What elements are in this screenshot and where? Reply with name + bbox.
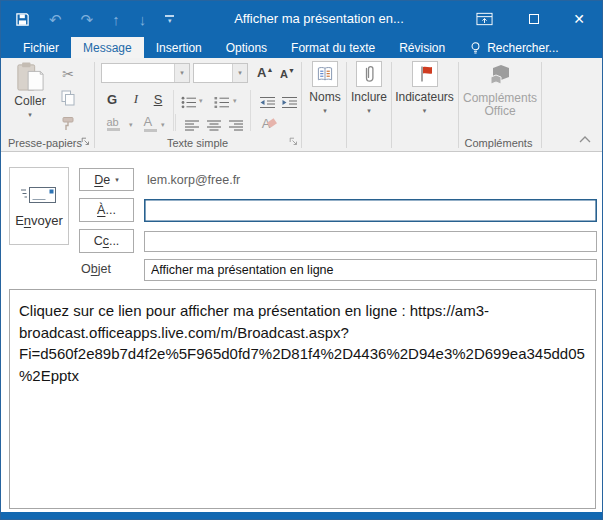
addin-cube-icon xyxy=(487,62,513,88)
send-label: Envoyer xyxy=(15,213,63,228)
numbered-list-icon[interactable] xyxy=(212,92,232,112)
outlook-compose-window: ↶ ↷ ↑ ↓ ▾ Afficher ma présentation en...… xyxy=(0,0,603,520)
maximize-icon[interactable] xyxy=(519,1,549,37)
dropdown-icon: ▾ xyxy=(367,107,371,114)
tab-options[interactable]: Options xyxy=(214,37,279,58)
dropdown-icon[interactable]: ▾ xyxy=(232,64,247,82)
from-button[interactable]: De ▾ xyxy=(79,168,134,191)
underline-button[interactable]: S xyxy=(149,90,167,108)
send-envelope-icon xyxy=(20,185,58,205)
font-name-value xyxy=(102,64,174,82)
decrease-indent-icon[interactable] xyxy=(257,92,277,112)
subject-input[interactable] xyxy=(144,259,597,281)
tab-message[interactable]: Message xyxy=(71,37,144,58)
flag-icon xyxy=(412,61,438,87)
to-input[interactable] xyxy=(144,199,597,222)
tab-insertion[interactable]: Insertion xyxy=(144,37,214,58)
close-icon[interactable]: ✕ xyxy=(564,1,594,37)
ribbon-tab-bar: Fichier Message Insertion Options Format… xyxy=(1,37,602,58)
window-bottom-border xyxy=(1,512,602,519)
italic-button[interactable]: I xyxy=(127,90,145,108)
bullet-list-icon[interactable] xyxy=(179,92,199,112)
dropdown-icon: ▾ xyxy=(323,107,327,114)
format-painter-icon[interactable] xyxy=(58,113,78,133)
dropdown-icon[interactable]: ▾ xyxy=(129,121,133,128)
cc-button[interactable]: Cc... xyxy=(79,229,134,253)
font-color-button[interactable]: A xyxy=(141,114,159,132)
paste-button[interactable]: Coller ▾ xyxy=(7,61,53,118)
address-book-icon xyxy=(312,61,338,87)
save-icon[interactable] xyxy=(15,12,30,27)
include-button[interactable]: Inclure ▾ xyxy=(348,61,390,114)
clear-formatting-button[interactable]: A xyxy=(257,114,281,132)
font-size-combo[interactable]: ▾ xyxy=(193,63,248,83)
redo-icon[interactable]: ↷ xyxy=(81,12,94,27)
clipboard-icon xyxy=(16,61,44,93)
tab-revision[interactable]: Révision xyxy=(387,37,457,58)
paperclip-icon xyxy=(356,61,382,87)
cut-icon[interactable]: ✂ xyxy=(58,64,78,84)
dropdown-icon[interactable]: ▾ xyxy=(199,97,203,104)
from-label: De xyxy=(94,173,110,187)
cc-input[interactable] xyxy=(144,231,597,252)
to-button[interactable]: À... xyxy=(79,198,134,222)
clipboard-group-label: Presse-papiers xyxy=(1,137,89,149)
highlight-button[interactable]: ab xyxy=(101,114,125,132)
dropdown-icon: ▾ xyxy=(28,111,32,118)
dropdown-icon[interactable]: ▾ xyxy=(161,121,165,128)
from-address: lem.korp@free.fr xyxy=(147,173,240,187)
dropdown-icon[interactable]: ▾ xyxy=(233,97,237,104)
title-bar: ↶ ↷ ↑ ↓ ▾ Afficher ma présentation en...… xyxy=(1,1,602,37)
tab-fichier[interactable]: Fichier xyxy=(11,37,71,58)
office-addins-button[interactable]: Compléments Office xyxy=(460,62,540,118)
align-center-icon[interactable] xyxy=(204,116,224,136)
align-right-icon[interactable] xyxy=(226,116,246,136)
subject-label: Objet xyxy=(81,262,111,276)
tab-tell-me[interactable]: Rechercher... xyxy=(457,37,570,58)
tab-format-du-texte[interactable]: Format du texte xyxy=(279,37,387,58)
window-title: Afficher ma présentation en... xyxy=(151,11,487,26)
to-label: À... xyxy=(97,203,116,217)
copy-icon[interactable] xyxy=(58,88,78,108)
font-size-value xyxy=(194,64,232,82)
previous-item-icon[interactable]: ↑ xyxy=(112,12,120,27)
ribbon-display-options-icon[interactable] xyxy=(469,1,499,37)
message-header-form: Envoyer De ▾ lem.korp@free.fr À... Cc...… xyxy=(1,153,602,289)
shrink-font-button[interactable]: A▼ xyxy=(280,67,295,80)
addins-group-label: Compléments xyxy=(456,137,541,149)
tags-button[interactable]: Indicateurs ▾ xyxy=(393,61,456,114)
collapse-ribbon-icon[interactable] xyxy=(579,136,591,143)
message-body[interactable]: Cliquez sur ce lien pour afficher ma pré… xyxy=(9,289,596,509)
bold-button[interactable]: G xyxy=(103,90,121,108)
font-name-combo[interactable]: ▾ xyxy=(101,63,190,83)
dropdown-icon: ▾ xyxy=(115,176,119,184)
send-button[interactable]: Envoyer xyxy=(9,167,69,245)
cc-label: Cc... xyxy=(94,234,120,248)
align-left-icon[interactable] xyxy=(182,116,202,136)
undo-icon[interactable]: ↶ xyxy=(49,12,62,27)
ribbon: Coller ▾ ✂ Presse-papiers xyxy=(1,58,602,152)
next-item-icon[interactable]: ↓ xyxy=(139,12,147,27)
grow-font-button[interactable]: A▲ xyxy=(257,65,273,80)
lightbulb-icon xyxy=(469,41,482,55)
clipboard-dialog-launcher-icon[interactable] xyxy=(81,137,91,147)
names-button[interactable]: Noms ▾ xyxy=(304,61,346,114)
dropdown-icon[interactable]: ▾ xyxy=(174,64,189,82)
basic-text-group-label: Texte simple xyxy=(94,137,301,149)
dropdown-icon: ▾ xyxy=(423,107,427,114)
basic-text-dialog-launcher-icon[interactable] xyxy=(289,137,299,147)
increase-indent-icon[interactable] xyxy=(279,92,299,112)
